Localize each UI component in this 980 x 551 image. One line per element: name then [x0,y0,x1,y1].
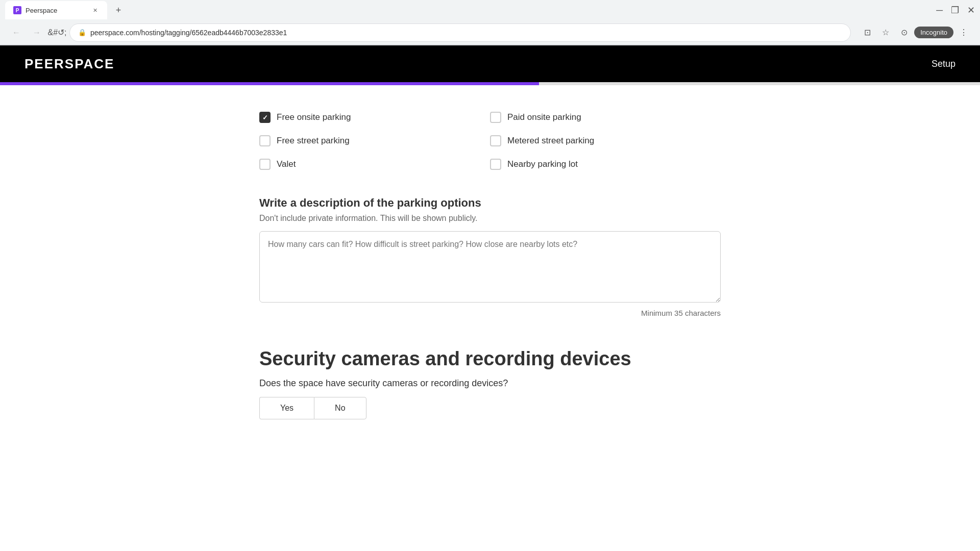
checkbox-label-free-onsite: Free onsite parking [277,112,351,122]
window-controls: ─ ❐ ✕ [936,5,975,16]
security-section: Security cameras and recording devices D… [259,348,721,419]
lock-icon: 🔒 [78,29,86,36]
browser-titlebar: P Peerspace ✕ + ─ ❐ ✕ [0,0,980,20]
checkbox-item-valet[interactable]: Valet [259,153,490,176]
yes-no-group: Yes No [259,397,721,419]
description-section-subtitle: Don't include private information. This … [259,214,721,223]
security-question: Does the space have security cameras or … [259,378,721,389]
spacer [259,317,721,348]
address-bar[interactable]: 🔒 peerspace.com/hosting/tagging/6562eadb… [69,23,851,42]
checkbox-nearby-lot[interactable] [490,159,501,170]
yes-button[interactable]: Yes [259,397,314,419]
url-text: peerspace.com/hosting/tagging/6562eadb44… [90,29,287,37]
browser-tab[interactable]: P Peerspace ✕ [5,1,107,19]
browser-chrome: P Peerspace ✕ + ─ ❐ ✕ ← → &#↺; 🔒 peerspa… [0,0,980,45]
description-section-title: Write a description of the parking optio… [259,196,721,210]
page-header: PEERSPACE Setup [0,45,980,82]
new-tab-button[interactable]: + [111,3,126,17]
checkbox-label-valet: Valet [277,159,296,169]
checkbox-metered-street[interactable] [490,135,501,146]
checkbox-item-metered-street[interactable]: Metered street parking [490,129,721,153]
checkbox-label-nearby-lot: Nearby parking lot [507,159,578,169]
page-main: Free onsite parking Paid onsite parking … [235,85,745,440]
close-button[interactable]: ✕ [967,5,975,16]
tab-close-button[interactable]: ✕ [91,6,99,14]
incognito-button[interactable]: Incognito [914,27,953,38]
minimize-button[interactable]: ─ [936,5,943,16]
setup-link[interactable]: Setup [932,59,955,69]
checkbox-item-nearby-lot[interactable]: Nearby parking lot [490,153,721,176]
checkbox-item-paid-onsite[interactable]: Paid onsite parking [490,106,721,129]
checkbox-item-free-street[interactable]: Free street parking [259,129,490,153]
parking-options-grid: Free onsite parking Paid onsite parking … [259,106,721,176]
security-section-title: Security cameras and recording devices [259,348,721,370]
description-textarea[interactable] [259,231,721,303]
checkbox-valet[interactable] [259,159,271,170]
browser-toolbar: ← → &#↺; 🔒 peerspace.com/hosting/tagging… [0,20,980,45]
tab-label: Peerspace [26,7,57,14]
checkbox-item-free-onsite[interactable]: Free onsite parking [259,106,490,129]
checkbox-free-onsite[interactable] [259,112,271,123]
no-button[interactable]: No [314,397,366,419]
restore-button[interactable]: ❐ [951,5,959,16]
bookmark-icon[interactable]: ☆ [877,24,894,41]
char-hint: Minimum 35 characters [259,309,721,317]
back-button[interactable]: ← [8,24,24,41]
more-menu-button[interactable]: ⋮ [955,24,972,41]
checkbox-label-paid-onsite: Paid onsite parking [507,112,581,122]
checkbox-paid-onsite[interactable] [490,112,501,123]
checkbox-label-metered-street: Metered street parking [507,136,594,146]
toolbar-actions: ⊡ ☆ ⊙ Incognito ⋮ [859,24,972,41]
cast-icon[interactable]: ⊡ [859,24,875,41]
tab-favicon: P [13,6,21,14]
description-section: Write a description of the parking optio… [259,196,721,317]
page-wrapper: PEERSPACE Setup Free onsite parking Paid… [0,45,980,440]
checkbox-free-street[interactable] [259,135,271,146]
forward-button[interactable]: → [29,24,45,41]
logo: PEERSPACE [24,56,114,72]
incognito-label: Incognito [920,29,947,36]
checkbox-label-free-street: Free street parking [277,136,350,146]
reload-button[interactable]: &#↺; [49,24,65,41]
profile-icon[interactable]: ⊙ [896,24,912,41]
